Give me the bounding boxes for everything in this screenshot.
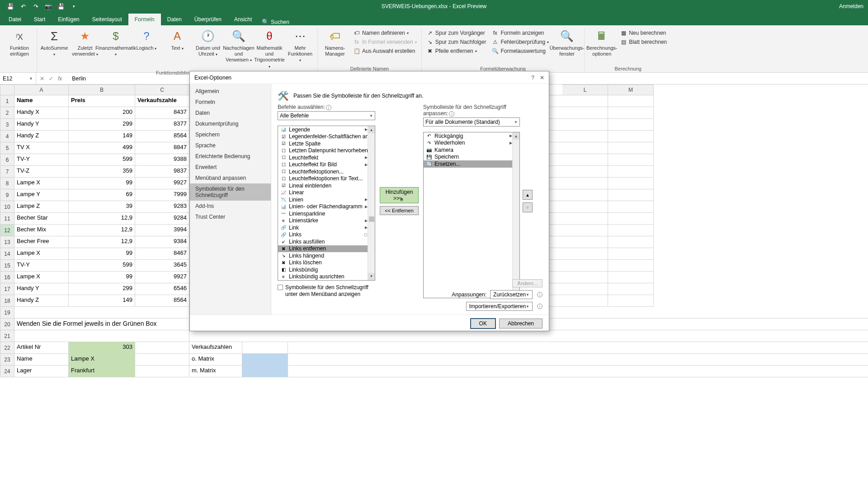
cell[interactable]: Verkaufszahle bbox=[135, 95, 189, 107]
cell[interactable]: Frankfurt bbox=[69, 366, 135, 377]
tab-start[interactable]: Start bbox=[28, 14, 52, 25]
cell[interactable]: Handy X bbox=[14, 107, 69, 119]
list-item[interactable]: 📷Kamera bbox=[424, 146, 519, 154]
define-name-button[interactable]: 🏷Namen definieren ▾ bbox=[352, 29, 418, 37]
row-header[interactable]: 16 bbox=[0, 272, 14, 283]
cell[interactable] bbox=[562, 189, 608, 201]
cancel-button[interactable]: Abbrechen bbox=[499, 319, 542, 328]
available-commands-list[interactable]: 📊Legende▶☑Legendenfelder-Schaltflächen a… bbox=[278, 126, 375, 281]
cell[interactable]: 3994 bbox=[135, 225, 189, 236]
signin-link[interactable]: Anmelden bbox=[839, 3, 863, 9]
cell[interactable] bbox=[242, 342, 288, 354]
list-item[interactable]: ☐Letzten Datenpunkt hervorheben bbox=[278, 147, 375, 155]
cell[interactable]: Lager bbox=[14, 366, 69, 377]
cell[interactable]: Lampe X bbox=[14, 248, 69, 260]
list-item[interactable]: ☐Leuchteffekt für Bild▶ bbox=[278, 161, 375, 169]
row-header[interactable]: 6 bbox=[0, 154, 14, 166]
scrollbar[interactable]: ▲ ▼ bbox=[512, 132, 519, 298]
cell[interactable] bbox=[562, 119, 608, 131]
add-button[interactable]: Hinzufügen >>🖱 bbox=[380, 187, 419, 203]
nav-speichern[interactable]: Speichern bbox=[190, 129, 271, 140]
list-item[interactable]: ☐Leuchteffektoptionen für Text... bbox=[278, 175, 375, 183]
cell[interactable]: TV-Y bbox=[14, 260, 69, 272]
redo-icon[interactable]: ↷ bbox=[32, 3, 39, 10]
col-header-c[interactable]: C bbox=[135, 84, 189, 95]
cell[interactable] bbox=[608, 166, 654, 178]
row-header[interactable]: 1 bbox=[0, 95, 14, 107]
qat-customize-icon[interactable]: ▾ bbox=[70, 3, 77, 10]
cell[interactable] bbox=[608, 131, 654, 142]
help-icon[interactable]: ? bbox=[531, 75, 534, 81]
nav-formeln[interactable]: Formeln bbox=[190, 97, 271, 108]
show-formulas-button[interactable]: fxFormeln anzeigen bbox=[491, 29, 550, 37]
reset-combo[interactable]: Zurücksetzen ▼ bbox=[490, 290, 533, 299]
cell[interactable]: Name bbox=[14, 354, 69, 366]
cell[interactable]: 69 bbox=[69, 189, 135, 201]
ribbon-text-button[interactable]: AText ▾ bbox=[164, 28, 191, 51]
cell[interactable] bbox=[562, 142, 608, 154]
cell[interactable] bbox=[562, 213, 608, 225]
cell[interactable]: 9384 bbox=[135, 236, 189, 248]
undo-icon[interactable]: ↶ bbox=[19, 3, 27, 10]
row-header[interactable]: 7 bbox=[0, 166, 14, 178]
name-box[interactable]: E12 ▼ bbox=[0, 73, 36, 84]
cell[interactable]: 99 bbox=[69, 178, 135, 189]
cell[interactable] bbox=[608, 225, 654, 236]
row-header[interactable]: 4 bbox=[0, 131, 14, 142]
info-icon[interactable]: i bbox=[537, 304, 542, 309]
list-item[interactable]: ↶Rückgängig▶ bbox=[424, 132, 519, 140]
close-icon[interactable]: ✕ bbox=[540, 75, 544, 81]
cell[interactable]: Handy Z bbox=[14, 295, 69, 307]
nav-erleichterte-bedienung[interactable]: Erleichterte Bedienung bbox=[190, 151, 271, 162]
row-header[interactable]: 24 bbox=[0, 366, 14, 377]
cell[interactable]: 99 bbox=[69, 272, 135, 283]
trace-dependents-button[interactable]: ↘Spur zum Nachfolger bbox=[425, 38, 487, 46]
autosave-icon[interactable]: 💾 bbox=[7, 3, 14, 10]
watch-window-button[interactable]: 🔍 Überwachungs-fenster bbox=[553, 28, 580, 57]
cell[interactable]: 9927 bbox=[135, 272, 189, 283]
cell[interactable]: Handy Z bbox=[14, 131, 69, 142]
cell[interactable]: 9283 bbox=[135, 201, 189, 213]
tab-daten[interactable]: Daten bbox=[161, 14, 188, 25]
move-down-button[interactable]: ▼ bbox=[523, 202, 533, 212]
cell[interactable]: 8437 bbox=[135, 107, 189, 119]
cell[interactable]: 9927 bbox=[135, 178, 189, 189]
cell[interactable] bbox=[608, 107, 654, 119]
calc-options-button[interactable]: 🖩 Berechnungs-optionen bbox=[588, 28, 615, 57]
show-below-ribbon-option[interactable]: Symbolleiste für den Schnellzugriff unte… bbox=[278, 281, 375, 298]
error-checking-button[interactable]: ⚠Fehlerüberprüfung ▾ bbox=[491, 38, 550, 46]
tab-datei[interactable]: Datei bbox=[2, 14, 28, 25]
nav-trust-center[interactable]: Trust Center bbox=[190, 211, 271, 222]
nav-erweitert[interactable]: Erweitert bbox=[190, 162, 271, 173]
cell[interactable]: TV-Z bbox=[14, 166, 69, 178]
list-item[interactable]: 📈Linear bbox=[278, 189, 375, 197]
nav-menüband-anpassen[interactable]: Menüband anpassen bbox=[190, 173, 271, 183]
list-item[interactable]: 🔗Links▢ bbox=[278, 231, 375, 239]
cell[interactable]: 8564 bbox=[135, 131, 189, 142]
list-item[interactable]: ✖Links löschen bbox=[278, 259, 375, 267]
cell[interactable] bbox=[608, 248, 654, 260]
cell[interactable] bbox=[562, 131, 608, 142]
ribbon-zuletzt-verwendet-button[interactable]: ★Zuletzt verwendet ▾ bbox=[71, 28, 99, 57]
name-manager-button[interactable]: 🏷 Namens-Manager bbox=[321, 28, 349, 57]
list-item[interactable]: ↻Linksdrehung 90 Grad bbox=[278, 280, 375, 281]
row-header[interactable]: 12 bbox=[0, 225, 14, 236]
row-header[interactable]: 2 bbox=[0, 107, 14, 119]
cell[interactable] bbox=[135, 342, 189, 354]
cell[interactable] bbox=[135, 366, 189, 377]
cell[interactable]: Handy Y bbox=[14, 119, 69, 131]
cell[interactable]: Name bbox=[14, 95, 69, 107]
list-item[interactable]: ☐Leuchteffektoptionen... bbox=[278, 168, 375, 175]
ribbon-finanzmathematik-button[interactable]: $Finanzmathematik ▾ bbox=[102, 28, 129, 57]
cell[interactable]: Lampe Y bbox=[14, 189, 69, 201]
cell[interactable]: 8564 bbox=[135, 295, 189, 307]
enter-icon[interactable]: ✓ bbox=[49, 75, 53, 82]
cell[interactable]: 303 bbox=[69, 342, 135, 354]
cell[interactable] bbox=[608, 213, 654, 225]
cell[interactable]: 9388 bbox=[135, 154, 189, 166]
current-qat-list[interactable]: ↶Rückgängig▶↷Wiederholen▶📷Kamera💾Speiche… bbox=[423, 132, 520, 298]
cell[interactable] bbox=[242, 354, 288, 366]
cancel-icon[interactable]: ✕ bbox=[40, 75, 44, 82]
ribbon-mehr-funktionen-button[interactable]: ⋯Mehr Funktionen ▾ bbox=[287, 28, 314, 63]
cell[interactable]: Becher Star bbox=[14, 213, 69, 225]
